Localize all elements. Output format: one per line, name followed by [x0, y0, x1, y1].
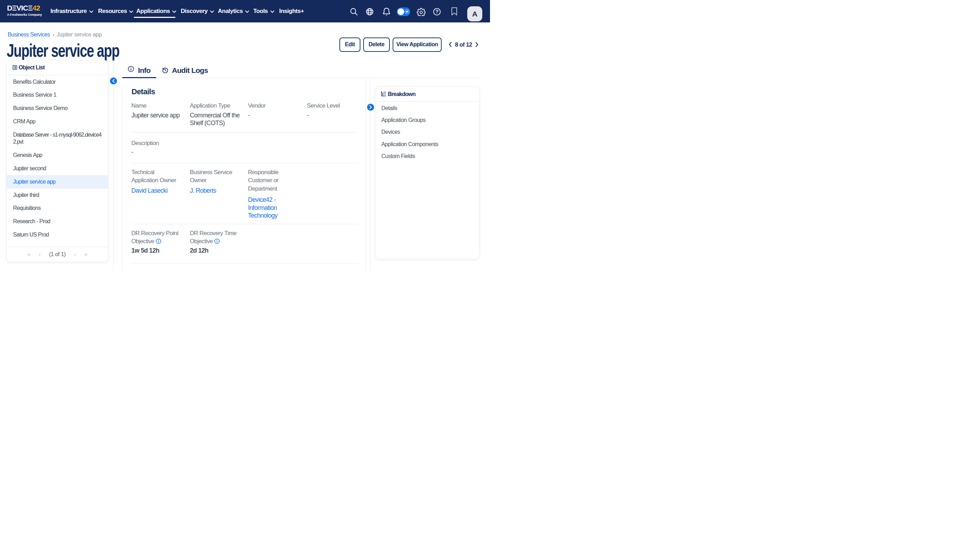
svg-text:?: ? [435, 9, 439, 14]
